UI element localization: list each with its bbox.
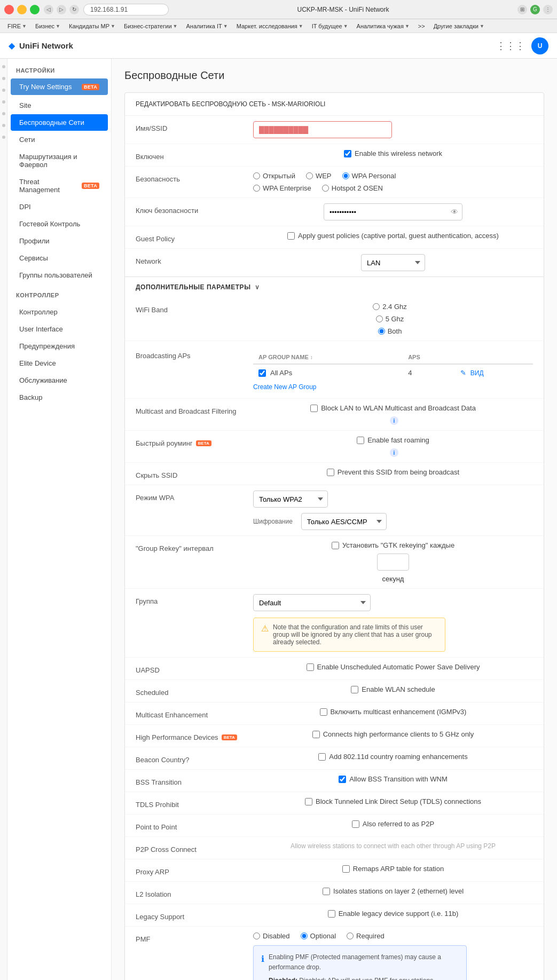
security-radio-wpa-personal[interactable]: WPA Personal [342,172,396,180]
wifi-band-2g-input[interactable] [373,303,380,310]
bookmark-analytics[interactable]: Аналитика IT ▼ [183,22,231,30]
sidebar-item-user-interface[interactable]: User Interface [11,321,108,337]
sidebar-item-services[interactable]: Сервисы [11,250,108,266]
group-rekey-input[interactable] [377,554,409,571]
group-rekey-checkbox-label[interactable]: Установить "GTK rekeying" каждые [332,541,454,549]
apps-grid-icon[interactable]: ⋮⋮⋮ [496,40,525,52]
wifi-band-5g[interactable]: 5 Ghz [376,315,404,323]
security-radio-open[interactable]: Открытый [253,172,295,180]
group-select[interactable]: Default [253,594,371,611]
menu-icon[interactable]: ⋮ [543,5,553,14]
p2p-checkbox-label[interactable]: Also referred to as P2P [352,820,434,828]
tdls-checkbox-label[interactable]: Block Tunneled Link Direct Setup (TDLS) … [305,797,481,805]
scheduled-checkbox-label[interactable]: Enable WLAN schedule [351,685,435,693]
bookmark-fire[interactable]: FIRE ▼ [4,22,30,30]
fast-roaming-info-icon[interactable]: i [390,448,398,457]
multicast-checkbox-label[interactable]: Block LAN to WLAN Multicast and Broadcas… [310,404,476,412]
legacy-checkbox-label[interactable]: Enable legacy device support (i.e. 11b) [328,910,459,918]
pmf-radio-required[interactable]: Required [347,932,385,940]
tdls-checkbox[interactable] [305,798,312,805]
ssid-input[interactable] [253,121,392,138]
forward-icon[interactable]: ▷ [57,5,66,14]
profile-icon[interactable]: G [530,5,540,14]
sidebar-item-maintenance[interactable]: Обслуживание [11,372,108,389]
guest-policy-checkbox-label[interactable]: Apply guest policies (captive portal, gu… [287,232,499,240]
sidebar-item-guest-control[interactable]: Гостевой Контроль [11,216,108,232]
pmf-radio-disabled[interactable]: Disabled [253,932,290,940]
wifi-band-5g-input[interactable] [376,315,383,322]
user-avatar[interactable]: U [531,37,548,54]
ap-sort-icon[interactable]: ↕ [310,354,313,360]
create-ap-group-link[interactable]: Create New AP Group [253,383,317,391]
sidebar-item-alerts[interactable]: Предупреждения [11,338,108,354]
legacy-checkbox[interactable] [328,910,335,918]
sidebar-item-dpi[interactable]: DPI [11,199,108,215]
pmf-radio-optional[interactable]: Optional [301,932,336,940]
high-perf-checkbox[interactable] [312,731,320,738]
hide-ssid-checkbox[interactable] [327,469,334,476]
security-radio-wep-input[interactable] [306,172,313,179]
security-radio-wep[interactable]: WEP [306,172,332,180]
uapsd-checkbox-label[interactable]: Enable Unscheduled Automatic Power Save … [307,663,480,671]
wifi-band-both-input[interactable] [378,328,385,335]
bss-checkbox-label[interactable]: Allow BSS Transition with WNM [339,775,448,783]
ap-edit-icon[interactable]: ✎ [460,369,466,377]
uapsd-checkbox[interactable] [307,663,314,671]
reload-icon[interactable]: ↻ [69,5,79,14]
bookmark-analytics2[interactable]: Аналитика чужая ▼ [354,22,413,30]
beacon-country-checkbox[interactable] [318,753,326,761]
maximize-btn[interactable] [30,5,40,14]
proxy-arp-checkbox-label[interactable]: Remaps ARP table for station [342,865,444,873]
wifi-band-2g[interactable]: 2.4 Ghz [373,303,407,311]
password-eye-icon[interactable]: 👁 [451,208,458,216]
security-key-input[interactable] [324,203,462,220]
multicast-enh-checkbox-label[interactable]: Включить multicast enhancement (IGMPv3) [320,708,467,716]
bookmark-itfuture[interactable]: IT будущее ▼ [309,22,351,30]
wpa-mode-select[interactable]: Только WPA2 WPA/WPA2 [253,491,328,508]
security-radio-wpa-enterprise-input[interactable] [253,185,260,192]
multicast-enh-checkbox[interactable] [320,708,327,716]
pmf-radio-optional-input[interactable] [301,932,308,939]
pmf-radio-disabled-input[interactable] [253,932,260,939]
scheduled-checkbox[interactable] [351,686,358,693]
security-radio-hotspot2-input[interactable] [322,185,329,192]
beacon-country-checkbox-label[interactable]: Add 802.11d country roaming enhancements [318,753,467,761]
multicast-info-icon[interactable]: i [390,416,398,425]
sidebar-item-backup[interactable]: Backup [11,389,108,406]
bookmark-others[interactable]: Другие закладки ▼ [430,22,488,30]
minimize-btn[interactable] [17,5,27,14]
l2-checkbox[interactable] [323,888,330,895]
sidebar-item-site[interactable]: Site [11,97,108,114]
security-radio-hotspot2[interactable]: Hotspot 2 OSEN [322,184,383,192]
close-btn[interactable] [4,5,14,14]
high-perf-checkbox-label[interactable]: Connects high performance clients to 5 G… [312,730,474,738]
p2p-checkbox[interactable] [352,820,359,828]
sidebar-item-elite-device[interactable]: Elite Device [11,355,108,372]
sidebar-item-threat-management[interactable]: Threat Management BETA [11,173,108,198]
back-icon[interactable]: ◁ [44,5,53,14]
bookmark-market[interactable]: Маркет. исследования ▼ [233,22,307,30]
url-bar[interactable]: 192.168.1.91 [83,4,169,15]
bookmark-strategy[interactable]: Бизнес-стратегии ▼ [121,22,181,30]
guest-policy-checkbox[interactable] [287,232,295,240]
sidebar-item-profiles[interactable]: Профили [11,233,108,249]
extensions-icon[interactable]: ⊞ [517,5,527,14]
pmf-radio-required-input[interactable] [347,932,354,939]
additional-params-header[interactable]: ДОПОЛНИТЕЛЬНЫЕ ПАРАМЕТРЫ ∨ [125,276,544,297]
sidebar-item-networks[interactable]: Сети [11,131,108,148]
security-radio-open-input[interactable] [253,172,260,179]
bookmark-business[interactable]: Бизнес ▼ [32,22,64,30]
encryption-select[interactable]: Только AES/CCMP AES/CCMP + TKIP [301,513,387,530]
ap-view-link[interactable]: ВИД [470,369,484,377]
hide-ssid-checkbox-label[interactable]: Prevent this SSID from being broadcast [327,468,459,476]
enabled-checkbox[interactable] [344,150,351,157]
fast-roaming-checkbox[interactable] [357,437,364,444]
sidebar-item-controller[interactable]: Контроллер [11,304,108,320]
multicast-checkbox[interactable] [310,405,318,412]
sidebar-item-user-groups[interactable]: Группы пользователей [11,267,108,283]
group-rekey-checkbox[interactable] [332,542,339,549]
bookmark-more[interactable]: >> [415,22,428,30]
sidebar-item-routing-firewall[interactable]: Маршрутизация и Фаервол [11,148,108,173]
network-select[interactable]: LAN [361,254,425,271]
ap-row-checkbox[interactable] [258,369,266,377]
